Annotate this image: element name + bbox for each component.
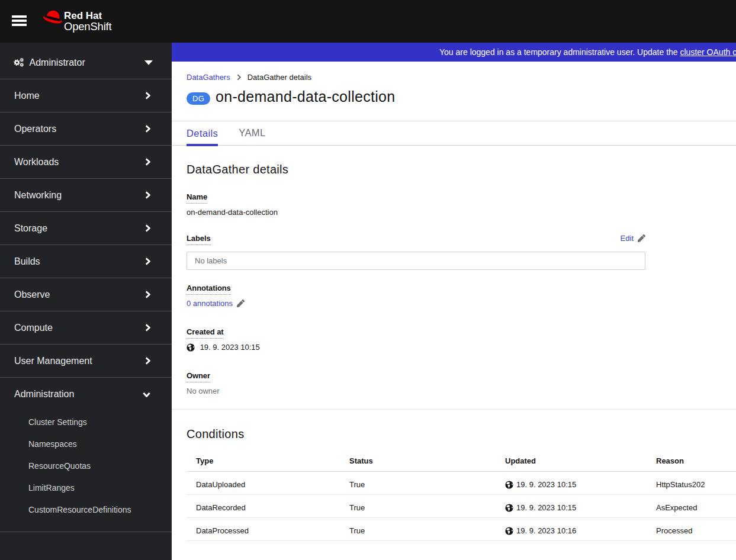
tab-yaml[interactable]: YAML [239,121,265,145]
pencil-icon [638,234,645,242]
cluster-oauth-link[interactable]: cluster OAuth configuration [680,47,736,57]
cell-reason: AsExpected [647,495,736,518]
chevron-right-icon [145,324,150,332]
owner-label[interactable]: Owner [187,371,210,382]
sidebar-item-operators[interactable]: Operators [0,112,172,146]
sidebar-item-resourcequotas[interactable]: ResourceQuotas [0,455,172,477]
breadcrumb-separator-icon [237,74,241,81]
caret-down-icon [144,60,153,65]
field-annotations: Annotations 0 annotations [187,282,645,308]
details-grid: Name on-demand-data-collection Labels Ed… [187,191,645,395]
cell-status: True [340,518,496,541]
sidebar-item-cluster-settings[interactable]: Cluster Settings [0,411,172,433]
cell-updated: 19. 9. 2023 10:15 [496,495,647,518]
details-heading: DataGather details [187,163,721,176]
tab-details[interactable]: Details [187,121,218,146]
timestamp: 19. 9. 2023 10:16 [505,526,576,535]
notification-banner: You are logged in as a temporary adminis… [172,43,736,62]
edit-labels-link[interactable]: Edit [621,234,645,243]
chevron-right-icon [145,191,150,199]
created-at-value: 19. 9. 2023 10:15 [200,343,260,352]
chevron-right-icon [145,158,150,166]
nav-label: Storage [14,223,47,234]
sidebar-item-user-management[interactable]: User Management [0,345,172,378]
nav-label: Operators [14,124,56,134]
details-section: DataGather details Name on-demand-data-c… [172,163,736,395]
sidebar-item-namespaces[interactable]: Namespaces [0,433,172,455]
cell-status: True [340,472,496,495]
conditions-heading: Conditions [187,427,721,441]
page-title: on-demand-data-collection [216,88,396,105]
table-header-row: Type Status Updated Reason [187,450,736,472]
field-name: Name on-demand-data-collection [187,191,645,217]
sidebar-nav: Administrator Home Operators Workloads N… [0,43,172,560]
brand-product: OpenShift [64,21,111,32]
section-divider [172,409,736,410]
perspective-switcher[interactable]: Administrator [0,43,172,79]
globe-icon [505,481,513,489]
sidebar-item-administration[interactable]: Administration [0,378,172,411]
updated-value: 19. 9. 2023 10:15 [516,503,576,512]
breadcrumb-datagathers-link[interactable]: DataGathers [187,73,230,82]
timestamp: 19. 9. 2023 10:15 [505,503,576,512]
sidebar-item-workloads[interactable]: Workloads [0,146,172,179]
cell-type: DataProcessed [187,518,340,541]
breadcrumb: DataGathers DataGather details [187,73,721,82]
sidebar-item-home[interactable]: Home [0,79,172,112]
col-header-updated[interactable]: Updated [496,450,647,472]
field-owner: Owner No owner [187,370,645,395]
globe-icon [505,527,513,535]
name-label[interactable]: Name [187,192,207,204]
sidebar-item-compute[interactable]: Compute [0,311,172,345]
globe-icon [187,343,195,352]
name-value: on-demand-data-collection [187,208,645,217]
annotations-edit-link[interactable]: 0 annotations [187,299,245,308]
created-at-label[interactable]: Created at [187,327,224,339]
labels-label[interactable]: Labels [187,234,211,245]
banner-message: You are logged in as a temporary adminis… [439,47,680,57]
hamburger-bar [12,24,27,26]
sidebar-item-observe[interactable]: Observe [0,278,172,311]
nav-label: User Management [14,356,92,366]
nav-label: Observe [14,289,50,300]
page-header: DG on-demand-data-collection [187,87,721,107]
labels-label-row: Labels Edit [187,234,645,245]
field-label-row: Name [187,191,645,204]
sidebar-item-storage[interactable]: Storage [0,212,172,245]
edit-label: Edit [621,234,634,243]
nav-label: Home [14,91,40,101]
col-header-type[interactable]: Type [187,450,340,472]
col-header-status[interactable]: Status [340,450,496,472]
redhat-fedora-icon [43,9,63,25]
app-shell: Administrator Home Operators Workloads N… [0,43,736,560]
cell-updated: 19. 9. 2023 10:15 [496,472,647,495]
chevron-right-icon [145,92,150,99]
sidebar-item-builds[interactable]: Builds [0,245,172,278]
sidebar-item-customresourcedefinitions[interactable]: CustomResourceDefinitions [0,498,172,520]
nav-group-administration: Administration Cluster Settings Namespac… [0,378,172,532]
nav-label: Builds [14,256,40,267]
cell-type: DataRecorded [187,495,340,518]
field-created-at: Created at 19. 9. 2023 10:15 [187,326,645,352]
nav-list: Home Operators Workloads Networking Stor… [0,79,172,532]
created-at-row: 19. 9. 2023 10:15 [187,343,645,352]
cell-reason: HttpStatus202 [647,472,736,495]
conditions-section: Conditions Type Status Updated Reason Da… [172,427,736,541]
main-content: You are logged in as a temporary adminis… [172,43,736,560]
nav-label: Compute [14,323,53,333]
chevron-right-icon [145,357,150,365]
brand-logo[interactable]: Red Hat OpenShift [43,11,111,32]
nav-toggle-button[interactable] [5,8,33,34]
field-label-row: Annotations [187,282,645,295]
sidebar-item-networking[interactable]: Networking [0,179,172,212]
cell-updated: 19. 9. 2023 10:16 [496,518,647,541]
col-header-reason[interactable]: Reason [647,450,736,472]
hamburger-bar [12,20,27,22]
globe-icon [505,504,513,512]
table-row: DataRecorded True 19. 9. 2023 10:15 AsEx… [187,495,736,518]
sidebar-item-limitranges[interactable]: LimitRanges [0,477,172,498]
field-labels: Labels Edit No labels [187,234,645,270]
labels-empty-text: No labels [195,256,227,265]
annotations-label[interactable]: Annotations [187,284,231,295]
hamburger-bar [12,15,27,18]
